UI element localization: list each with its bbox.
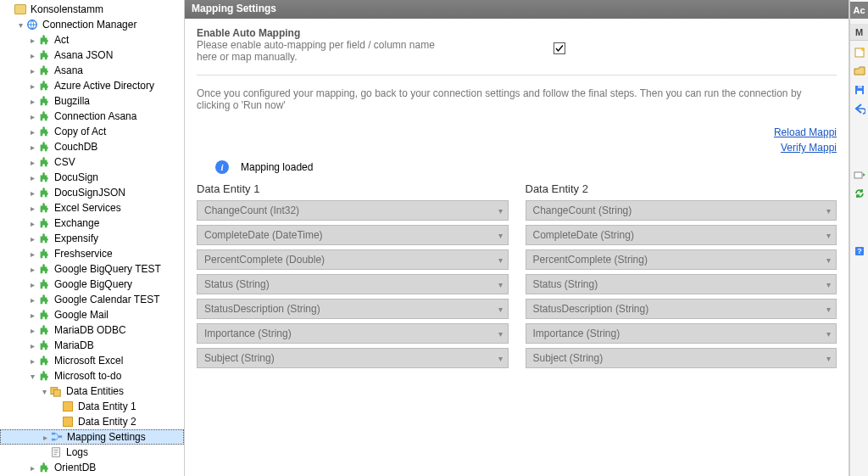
back-icon[interactable] bbox=[853, 102, 866, 115]
tree-item-data-entity-1[interactable]: Data Entity 1 bbox=[0, 399, 184, 414]
mapping-combo[interactable]: Status (String)▾ bbox=[526, 274, 837, 294]
mapping-combo[interactable]: Importance (String)▾ bbox=[197, 323, 509, 344]
combo-value: PercentComplete (String) bbox=[533, 254, 648, 266]
tree-label: Konsolenstamm bbox=[31, 3, 103, 15]
refresh-icon[interactable] bbox=[853, 187, 866, 200]
expander-icon[interactable]: ▾ bbox=[27, 372, 37, 381]
expander-icon[interactable]: ▸ bbox=[27, 219, 37, 228]
expander-icon[interactable]: ▸ bbox=[27, 280, 37, 289]
tree-item[interactable]: ▸Expensify bbox=[0, 231, 184, 246]
enable-auto-mapping-section: Enable Auto Mapping Please enable auto-m… bbox=[197, 27, 837, 63]
expander-icon[interactable]: ▸ bbox=[27, 249, 37, 259]
tree-item-orientdb[interactable]: ▸ OrientDB bbox=[0, 460, 184, 475]
tree-item[interactable]: ▸MariaDB bbox=[0, 338, 184, 353]
mapping-combo[interactable]: Subject (String)▾ bbox=[526, 348, 837, 368]
tree-item[interactable]: ▸Microsoft Excel bbox=[0, 353, 184, 368]
expander-icon[interactable]: ▸ bbox=[27, 81, 37, 91]
tree-item[interactable]: ▸Google Mail bbox=[0, 307, 184, 322]
tree-item[interactable]: ▸Google BigQuery bbox=[0, 277, 184, 292]
tree-connection-manager[interactable]: ▾ Connection Manager bbox=[0, 17, 184, 32]
expander-icon[interactable]: ▸ bbox=[27, 204, 37, 213]
tree-item[interactable]: ▸DocuSignJSON bbox=[0, 185, 184, 200]
tree-item[interactable]: ▸Google Calendar TEST bbox=[0, 292, 184, 307]
reload-mapping-link[interactable]: Reload Mappi bbox=[197, 126, 837, 138]
rightbar-tab-m[interactable]: M bbox=[850, 24, 868, 41]
tree-root[interactable]: Konsolenstamm bbox=[0, 2, 184, 17]
expander-icon[interactable]: ▾ bbox=[15, 20, 25, 30]
combo-value: PercentComplete (Double) bbox=[204, 254, 325, 266]
mapping-combo[interactable]: Status (String)▾ bbox=[197, 274, 509, 294]
expander-icon[interactable]: ▸ bbox=[27, 326, 37, 335]
chevron-down-icon: ▾ bbox=[498, 305, 503, 314]
tree-item[interactable]: ▸CouchDB bbox=[0, 139, 184, 154]
mapping-combo[interactable]: PercentComplete (Double)▾ bbox=[197, 249, 509, 270]
help-icon[interactable]: ? bbox=[853, 244, 866, 258]
expander-icon[interactable]: ▸ bbox=[27, 265, 37, 274]
expander-icon[interactable]: ▸ bbox=[27, 127, 37, 137]
mapping-combo[interactable]: StatusDescription (String)▾ bbox=[197, 299, 509, 319]
expander-icon[interactable]: ▸ bbox=[27, 158, 37, 167]
expander-icon[interactable]: ▸ bbox=[27, 463, 37, 473]
expander-icon[interactable]: ▸ bbox=[27, 97, 37, 106]
tree-item[interactable]: ▸Google BigQuery TEST bbox=[0, 261, 184, 277]
save-icon[interactable] bbox=[853, 83, 866, 97]
tree-item-microsoft-todo[interactable]: ▾ Microsoft to-do bbox=[0, 368, 184, 384]
combo-value: ChangeCount (Int32) bbox=[204, 204, 299, 216]
mapping-combo[interactable]: StatusDescription (String)▾ bbox=[526, 299, 837, 319]
chevron-down-icon: ▾ bbox=[826, 255, 831, 265]
expander-icon[interactable]: ▸ bbox=[27, 311, 37, 320]
puzzle-icon bbox=[37, 232, 51, 245]
mapping-combo[interactable]: PercentComplete (String)▾ bbox=[526, 249, 837, 270]
tree-item[interactable]: ▸Freshservice bbox=[0, 246, 184, 261]
chevron-down-icon: ▾ bbox=[826, 280, 831, 289]
mapping-combo[interactable]: ChangeCount (Int32)▾ bbox=[197, 200, 509, 221]
svg-rect-10 bbox=[857, 91, 862, 94]
mapping-combo[interactable]: Subject (String)▾ bbox=[197, 348, 509, 368]
expander-icon[interactable]: ▸ bbox=[27, 51, 37, 60]
mapping-combo[interactable]: CompleteDate (String)▾ bbox=[526, 225, 837, 245]
puzzle-icon bbox=[37, 308, 51, 322]
expander-icon[interactable]: ▸ bbox=[27, 341, 37, 350]
verify-mapping-link[interactable]: Verify Mappi bbox=[197, 142, 837, 154]
tree-item[interactable]: ▸Excel Services bbox=[0, 200, 184, 216]
tree-item[interactable]: ▸Copy of Act bbox=[0, 124, 184, 139]
expander-icon[interactable]: ▸ bbox=[27, 295, 37, 305]
tree-item[interactable]: ▸DocuSign bbox=[0, 170, 184, 185]
tree-item[interactable]: ▸Asana bbox=[0, 63, 184, 78]
expander-icon[interactable]: ▾ bbox=[39, 387, 49, 396]
expander-icon[interactable]: ▸ bbox=[40, 433, 50, 442]
expander-icon[interactable]: ▸ bbox=[27, 356, 37, 366]
puzzle-icon bbox=[37, 293, 51, 306]
tree-item[interactable]: ▸CSV bbox=[0, 154, 184, 170]
tree-item-mapping-settings[interactable]: ▸ Mapping Settings bbox=[0, 429, 184, 445]
tree-label: Mapping Settings bbox=[67, 431, 146, 443]
expander-icon[interactable]: ▸ bbox=[27, 173, 37, 182]
tree-item-data-entity-2[interactable]: Data Entity 2 bbox=[0, 414, 184, 429]
expander-icon[interactable]: ▸ bbox=[27, 66, 37, 76]
tree-item[interactable]: ▸Bugzilla bbox=[0, 93, 184, 109]
open-icon[interactable] bbox=[853, 64, 866, 78]
tree-label: Act bbox=[54, 34, 69, 46]
tree-item[interactable]: ▸Azure Active Directory bbox=[0, 78, 184, 93]
tree-item-logs[interactable]: Logs bbox=[0, 445, 184, 460]
tree-item-data-entities[interactable]: ▾ Data Entities bbox=[0, 384, 184, 399]
expander-icon[interactable]: ▸ bbox=[27, 36, 37, 45]
expander-icon[interactable]: ▸ bbox=[27, 112, 37, 121]
new-icon[interactable] bbox=[853, 46, 866, 59]
expander-icon[interactable]: ▸ bbox=[27, 188, 37, 198]
expander-icon[interactable]: ▸ bbox=[27, 234, 37, 244]
tree-item[interactable]: ▸Asana JSON bbox=[0, 48, 184, 63]
mapping-combo[interactable]: Importance (String)▾ bbox=[526, 323, 837, 344]
tree-item[interactable]: ▸Connection Asana bbox=[0, 109, 184, 124]
tree-item[interactable]: ▸MariaDB ODBC bbox=[0, 322, 184, 338]
play-icon[interactable] bbox=[853, 168, 866, 182]
mapping-combo[interactable]: CompleteDate (DateTime)▾ bbox=[197, 225, 509, 245]
tree-item[interactable]: ▸Exchange bbox=[0, 216, 184, 231]
mapping-combo[interactable]: ChangeCount (String)▾ bbox=[526, 200, 837, 221]
rightbar-tab-ac[interactable]: Ac bbox=[850, 2, 868, 19]
expander-icon[interactable]: ▸ bbox=[27, 143, 37, 152]
enable-auto-mapping-checkbox[interactable] bbox=[554, 42, 565, 54]
tree-item[interactable]: ▸Act bbox=[0, 32, 184, 48]
tree-label: MariaDB ODBC bbox=[54, 324, 126, 336]
chevron-down-icon: ▾ bbox=[498, 280, 503, 289]
